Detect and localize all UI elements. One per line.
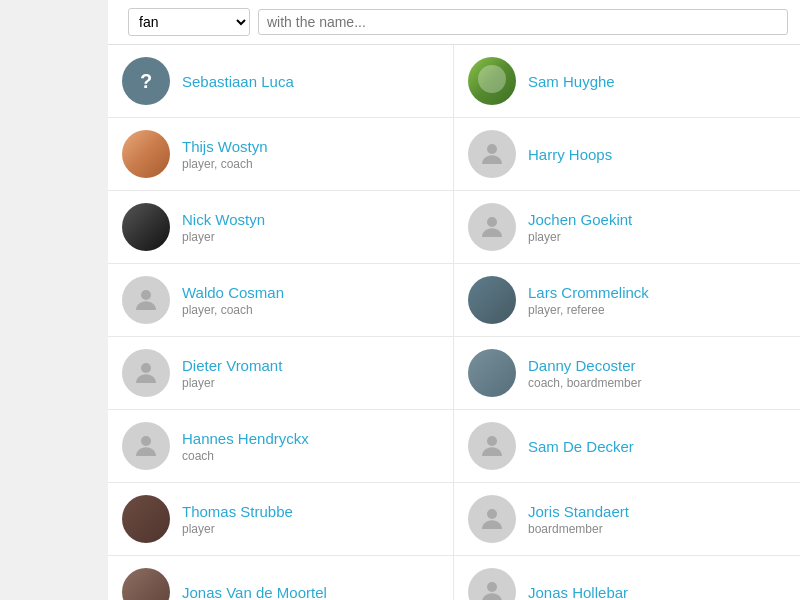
person-card[interactable]: Jochen Goekint player [454,191,800,264]
person-card[interactable]: Jonas Van de Moortel [108,556,454,600]
person-info: Jonas Hollebar [528,584,628,601]
person-card[interactable]: Waldo Cosman player, coach [108,264,454,337]
person-name[interactable]: Danny Decoster [528,357,641,374]
person-info: Nick Wostyn player [182,211,265,244]
avatar [122,349,170,397]
svg-point-3 [141,363,151,373]
person-card[interactable]: Thijs Wostyn player, coach [108,118,454,191]
person-role: coach [182,449,309,463]
person-card[interactable]: Dieter Vromant player [108,337,454,410]
person-role: player [182,230,265,244]
person-name[interactable]: Sam Huyghe [528,73,615,90]
person-card[interactable]: Nick Wostyn player [108,191,454,264]
person-info: Sam Huyghe [528,73,615,90]
person-info: Dieter Vromant player [182,357,282,390]
main-content: fanplayercoachrefereeboardmember ? Sebas… [108,0,800,600]
person-name[interactable]: Sebastiaan Luca [182,73,294,90]
avatar [468,349,516,397]
person-card[interactable]: ? Sebastiaan Luca [108,45,454,118]
person-name[interactable]: Jonas Hollebar [528,584,628,601]
avatar [122,422,170,470]
person-card[interactable]: Sam De Decker [454,410,800,483]
avatar [122,276,170,324]
person-info: Sebastiaan Luca [182,73,294,90]
person-name[interactable]: Joris Standaert [528,503,629,520]
person-info: Jonas Van de Moortel [182,584,327,601]
svg-point-1 [487,217,497,227]
persons-grid: ? Sebastiaan Luca Sam Huyghe Thijs Wosty… [108,45,800,600]
person-card[interactable]: Harry Hoops [454,118,800,191]
avatar [468,568,516,600]
person-info: Thijs Wostyn player, coach [182,138,268,171]
avatar [122,130,170,178]
person-name[interactable]: Hannes Hendryckx [182,430,309,447]
svg-point-2 [141,290,151,300]
person-name[interactable]: Nick Wostyn [182,211,265,228]
person-card[interactable]: Joris Standaert boardmember [454,483,800,556]
person-name[interactable]: Thomas Strubbe [182,503,293,520]
avatar [468,276,516,324]
person-info: Sam De Decker [528,438,634,455]
person-role: player, referee [528,303,649,317]
avatar [468,130,516,178]
page-wrapper: fanplayercoachrefereeboardmember ? Sebas… [0,0,800,600]
person-card[interactable]: Sam Huyghe [454,45,800,118]
avatar [122,568,170,600]
svg-point-4 [141,436,151,446]
person-info: Hannes Hendryckx coach [182,430,309,463]
avatar [468,495,516,543]
avatar [122,203,170,251]
svg-point-6 [487,509,497,519]
person-card[interactable]: Danny Decoster coach, boardmember [454,337,800,410]
avatar [122,495,170,543]
person-name[interactable]: Lars Crommelinck [528,284,649,301]
sidebar [0,0,108,600]
person-name[interactable]: Sam De Decker [528,438,634,455]
person-info: Lars Crommelinck player, referee [528,284,649,317]
person-card[interactable]: Lars Crommelinck player, referee [454,264,800,337]
person-name[interactable]: Jochen Goekint [528,211,632,228]
person-name[interactable]: Waldo Cosman [182,284,284,301]
person-card[interactable]: Hannes Hendryckx coach [108,410,454,483]
person-role: coach, boardmember [528,376,641,390]
avatar [468,422,516,470]
person-card[interactable]: Thomas Strubbe player [108,483,454,556]
search-select[interactable]: fanplayercoachrefereeboardmember [128,8,250,36]
person-info: Harry Hoops [528,146,612,163]
person-role: boardmember [528,522,629,536]
person-role: player, coach [182,157,268,171]
person-role: player, coach [182,303,284,317]
person-info: Joris Standaert boardmember [528,503,629,536]
person-name[interactable]: Thijs Wostyn [182,138,268,155]
person-card[interactable]: Jonas Hollebar [454,556,800,600]
person-info: Waldo Cosman player, coach [182,284,284,317]
svg-point-7 [487,582,497,592]
svg-point-0 [487,144,497,154]
search-input[interactable] [258,9,788,35]
person-name[interactable]: Jonas Van de Moortel [182,584,327,601]
person-name[interactable]: Harry Hoops [528,146,612,163]
person-info: Thomas Strubbe player [182,503,293,536]
avatar: ? [122,57,170,105]
person-info: Danny Decoster coach, boardmember [528,357,641,390]
avatar [468,57,516,105]
person-role: player [182,522,293,536]
search-bar: fanplayercoachrefereeboardmember [108,0,800,45]
avatar [468,203,516,251]
person-role: player [528,230,632,244]
person-info: Jochen Goekint player [528,211,632,244]
svg-point-5 [487,436,497,446]
person-role: player [182,376,282,390]
person-name[interactable]: Dieter Vromant [182,357,282,374]
